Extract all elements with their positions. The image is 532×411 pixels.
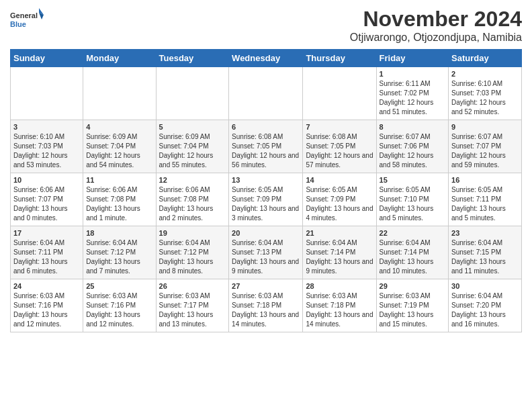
day-number: 19	[159, 229, 226, 237]
day-info: Sunrise: 6:11 AMSunset: 7:02 PMDaylight:…	[380, 79, 446, 117]
weekday-header: Sunday	[11, 50, 83, 67]
calendar-cell: 14Sunrise: 6:05 AMSunset: 7:09 PMDayligh…	[303, 173, 376, 226]
calendar-cell: 9Sunrise: 6:07 AMSunset: 7:07 PMDaylight…	[449, 120, 522, 173]
calendar-week-row: 17Sunrise: 6:04 AMSunset: 7:11 PMDayligh…	[11, 226, 522, 279]
weekday-header: Thursday	[303, 50, 376, 67]
day-info: Sunrise: 6:03 AMSunset: 7:16 PMDaylight:…	[13, 291, 80, 329]
svg-marker-3	[39, 13, 44, 19]
day-number: 14	[306, 176, 373, 184]
day-info: Sunrise: 6:05 AMSunset: 7:10 PMDaylight:…	[380, 185, 446, 223]
day-number: 29	[380, 282, 446, 290]
calendar-week-row: 24Sunrise: 6:03 AMSunset: 7:16 PMDayligh…	[11, 279, 522, 332]
svg-text:General: General	[10, 11, 38, 19]
calendar-cell: 17Sunrise: 6:04 AMSunset: 7:11 PMDayligh…	[11, 226, 83, 279]
calendar-cell: 24Sunrise: 6:03 AMSunset: 7:16 PMDayligh…	[11, 279, 83, 332]
day-info: Sunrise: 6:08 AMSunset: 7:05 PMDaylight:…	[232, 132, 300, 170]
day-number: 23	[451, 229, 519, 237]
day-info: Sunrise: 6:03 AMSunset: 7:16 PMDaylight:…	[86, 291, 152, 329]
day-info: Sunrise: 6:04 AMSunset: 7:12 PMDaylight:…	[159, 238, 226, 276]
page-header: General Blue November 2024 Otjiwarongo, …	[10, 7, 522, 44]
day-info: Sunrise: 6:05 AMSunset: 7:11 PMDaylight:…	[451, 185, 519, 223]
calendar-cell: 20Sunrise: 6:04 AMSunset: 7:13 PMDayligh…	[229, 226, 303, 279]
day-info: Sunrise: 6:06 AMSunset: 7:07 PMDaylight:…	[13, 185, 80, 223]
day-info: Sunrise: 6:03 AMSunset: 7:18 PMDaylight:…	[232, 291, 300, 329]
day-info: Sunrise: 6:04 AMSunset: 7:14 PMDaylight:…	[380, 238, 446, 276]
calendar-week-row: 3Sunrise: 6:10 AMSunset: 7:03 PMDaylight…	[11, 120, 522, 173]
calendar-cell	[156, 67, 229, 120]
month-title: November 2024	[350, 7, 522, 32]
day-info: Sunrise: 6:07 AMSunset: 7:07 PMDaylight:…	[451, 132, 519, 170]
weekday-header: Friday	[376, 50, 449, 67]
weekday-header: Wednesday	[229, 50, 303, 67]
calendar-cell	[11, 67, 83, 120]
day-info: Sunrise: 6:06 AMSunset: 7:08 PMDaylight:…	[159, 185, 226, 223]
day-info: Sunrise: 6:04 AMSunset: 7:13 PMDaylight:…	[232, 238, 300, 276]
day-number: 5	[159, 123, 226, 131]
calendar-header-row: SundayMondayTuesdayWednesdayThursdayFrid…	[11, 50, 522, 67]
day-info: Sunrise: 6:03 AMSunset: 7:19 PMDaylight:…	[380, 291, 446, 329]
day-number: 22	[380, 229, 446, 237]
calendar-cell: 23Sunrise: 6:04 AMSunset: 7:15 PMDayligh…	[449, 226, 522, 279]
calendar-cell	[303, 67, 376, 120]
day-info: Sunrise: 6:05 AMSunset: 7:09 PMDaylight:…	[232, 185, 300, 223]
calendar-cell: 4Sunrise: 6:09 AMSunset: 7:04 PMDaylight…	[83, 120, 156, 173]
day-number: 30	[451, 282, 519, 290]
day-info: Sunrise: 6:04 AMSunset: 7:14 PMDaylight:…	[306, 238, 373, 276]
day-info: Sunrise: 6:04 AMSunset: 7:15 PMDaylight:…	[451, 238, 519, 276]
day-number: 2	[451, 70, 519, 78]
day-number: 13	[232, 176, 300, 184]
day-number: 27	[232, 282, 300, 290]
calendar-cell: 16Sunrise: 6:05 AMSunset: 7:11 PMDayligh…	[449, 173, 522, 226]
day-number: 15	[380, 176, 446, 184]
calendar-cell: 11Sunrise: 6:06 AMSunset: 7:08 PMDayligh…	[83, 173, 156, 226]
calendar-cell: 3Sunrise: 6:10 AMSunset: 7:03 PMDaylight…	[11, 120, 83, 173]
calendar-week-row: 1Sunrise: 6:11 AMSunset: 7:02 PMDaylight…	[11, 67, 522, 120]
day-info: Sunrise: 6:04 AMSunset: 7:20 PMDaylight:…	[451, 291, 519, 329]
day-number: 11	[86, 176, 152, 184]
calendar-cell: 27Sunrise: 6:03 AMSunset: 7:18 PMDayligh…	[229, 279, 303, 332]
day-number: 1	[380, 70, 446, 78]
day-number: 6	[232, 123, 300, 131]
weekday-header: Tuesday	[156, 50, 229, 67]
day-info: Sunrise: 6:04 AMSunset: 7:12 PMDaylight:…	[86, 238, 152, 276]
day-number: 21	[306, 229, 373, 237]
day-info: Sunrise: 6:10 AMSunset: 7:03 PMDaylight:…	[451, 79, 519, 117]
day-info: Sunrise: 6:08 AMSunset: 7:05 PMDaylight:…	[306, 132, 373, 170]
day-number: 4	[86, 123, 152, 131]
calendar-week-row: 10Sunrise: 6:06 AMSunset: 7:07 PMDayligh…	[11, 173, 522, 226]
calendar-cell: 26Sunrise: 6:03 AMSunset: 7:17 PMDayligh…	[156, 279, 229, 332]
day-info: Sunrise: 6:03 AMSunset: 7:17 PMDaylight:…	[159, 291, 226, 329]
weekday-header: Saturday	[449, 50, 522, 67]
calendar-cell: 18Sunrise: 6:04 AMSunset: 7:12 PMDayligh…	[83, 226, 156, 279]
calendar-cell: 7Sunrise: 6:08 AMSunset: 7:05 PMDaylight…	[303, 120, 376, 173]
calendar-cell: 10Sunrise: 6:06 AMSunset: 7:07 PMDayligh…	[11, 173, 83, 226]
day-info: Sunrise: 6:06 AMSunset: 7:08 PMDaylight:…	[86, 185, 152, 223]
day-number: 3	[13, 123, 80, 131]
calendar-cell: 8Sunrise: 6:07 AMSunset: 7:06 PMDaylight…	[376, 120, 449, 173]
calendar-cell: 30Sunrise: 6:04 AMSunset: 7:20 PMDayligh…	[449, 279, 522, 332]
day-info: Sunrise: 6:03 AMSunset: 7:18 PMDaylight:…	[306, 291, 373, 329]
calendar-cell: 19Sunrise: 6:04 AMSunset: 7:12 PMDayligh…	[156, 226, 229, 279]
day-number: 28	[306, 282, 373, 290]
day-number: 8	[380, 123, 446, 131]
calendar-table: SundayMondayTuesdayWednesdayThursdayFrid…	[10, 49, 522, 332]
logo-icon: General Blue	[10, 7, 44, 34]
day-info: Sunrise: 6:05 AMSunset: 7:09 PMDaylight:…	[306, 185, 373, 223]
calendar-cell: 22Sunrise: 6:04 AMSunset: 7:14 PMDayligh…	[376, 226, 449, 279]
day-number: 26	[159, 282, 226, 290]
day-number: 16	[451, 176, 519, 184]
day-number: 18	[86, 229, 152, 237]
calendar-cell: 21Sunrise: 6:04 AMSunset: 7:14 PMDayligh…	[303, 226, 376, 279]
day-number: 7	[306, 123, 373, 131]
day-number: 9	[451, 123, 519, 131]
day-number: 20	[232, 229, 300, 237]
location-title: Otjiwarongo, Otjozondjupa, Namibia	[350, 32, 522, 44]
day-info: Sunrise: 6:10 AMSunset: 7:03 PMDaylight:…	[13, 132, 80, 170]
weekday-header: Monday	[83, 50, 156, 67]
calendar-cell: 2Sunrise: 6:10 AMSunset: 7:03 PMDaylight…	[449, 67, 522, 120]
calendar-cell: 29Sunrise: 6:03 AMSunset: 7:19 PMDayligh…	[376, 279, 449, 332]
calendar-cell: 13Sunrise: 6:05 AMSunset: 7:09 PMDayligh…	[229, 173, 303, 226]
day-number: 24	[13, 282, 80, 290]
day-info: Sunrise: 6:09 AMSunset: 7:04 PMDaylight:…	[86, 132, 152, 170]
calendar-cell	[83, 67, 156, 120]
